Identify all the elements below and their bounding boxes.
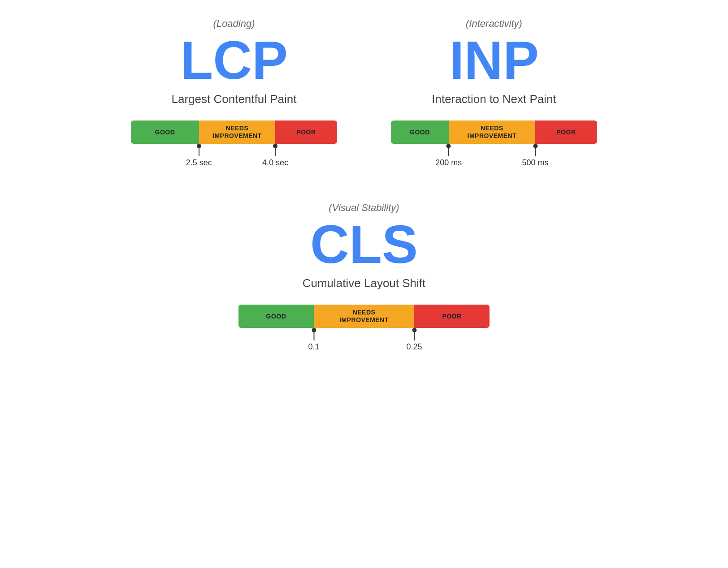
inp-tick1-dot (446, 144, 451, 148)
cls-name: Cumulative Layout Shift (303, 276, 426, 290)
lcp-name: Largest Contentful Paint (172, 92, 297, 106)
inp-subtitle: (Interactivity) (466, 18, 522, 30)
cls-tick2-dot (412, 328, 416, 332)
lcp-tick2-dot (273, 144, 277, 148)
lcp-acronym: LCP (180, 33, 288, 87)
lcp-tick1-dot (197, 144, 201, 148)
top-row: (Loading) LCP Largest Contentful Paint G… (73, 18, 655, 166)
inp-tick2: 500 ms (522, 144, 548, 168)
lcp-tick2: 4.0 sec (262, 144, 288, 168)
cls-tick2-label: 0.25 (406, 342, 422, 352)
inp-good-segment: GOOD (391, 120, 449, 144)
lcp-tick1: 2.5 sec (186, 144, 212, 168)
inp-needs-segment: NEEDS IMPROVEMENT (449, 120, 535, 144)
inp-tick2-line (535, 148, 536, 156)
inp-tick1-label: 200 ms (435, 158, 462, 168)
cls-acronym: CLS (310, 217, 418, 271)
lcp-bar-container: GOOD NEEDS IMPROVEMENT POOR 2.5 sec (131, 120, 337, 166)
inp-acronym: INP (449, 33, 539, 87)
lcp-tick2-label: 4.0 sec (262, 158, 288, 168)
lcp-poor-segment: POOR (275, 120, 337, 144)
inp-tick2-dot (533, 144, 537, 148)
cls-poor-segment: POOR (414, 305, 490, 328)
inp-bar-container: GOOD NEEDS IMPROVEMENT POOR 200 ms (391, 120, 597, 166)
cls-subtitle: (Visual Stability) (329, 202, 399, 214)
cls-tick1-label: 0.1 (308, 342, 319, 352)
lcp-needs-segment: NEEDS IMPROVEMENT (199, 120, 275, 144)
inp-bar: GOOD NEEDS IMPROVEMENT POOR (391, 120, 597, 144)
cls-section: (Visual Stability) CLS Cumulative Layout… (207, 202, 521, 350)
inp-ticks: 200 ms 500 ms (391, 144, 597, 166)
cls-tick1-dot (312, 328, 316, 332)
lcp-ticks: 2.5 sec 4.0 sec (131, 144, 337, 166)
cls-bar: GOOD NEEDS IMPROVEMENT POOR (238, 305, 490, 328)
inp-poor-segment: POOR (535, 120, 597, 144)
lcp-bar: GOOD NEEDS IMPROVEMENT POOR (131, 120, 337, 144)
cls-bar-container: GOOD NEEDS IMPROVEMENT POOR 0.1 (238, 305, 490, 350)
cls-good-segment: GOOD (238, 305, 314, 328)
lcp-block: (Loading) LCP Largest Contentful Paint G… (131, 18, 337, 166)
inp-tick1: 200 ms (435, 144, 462, 168)
cls-ticks: 0.1 0.25 (238, 328, 490, 350)
lcp-tick1-line (199, 148, 199, 156)
lcp-tick2-line (275, 148, 276, 156)
inp-tick2-label: 500 ms (522, 158, 548, 168)
lcp-subtitle: (Loading) (213, 18, 255, 30)
lcp-tick1-label: 2.5 sec (186, 158, 212, 168)
cls-needs-segment: NEEDS IMPROVEMENT (314, 305, 414, 328)
inp-tick1-line (448, 148, 449, 156)
inp-name: Interaction to Next Paint (432, 92, 556, 106)
cls-block: (Visual Stability) CLS Cumulative Layout… (238, 202, 490, 350)
cls-tick1-line (313, 332, 314, 340)
cls-tick1: 0.1 (308, 328, 319, 352)
cls-tick2: 0.25 (406, 328, 422, 352)
cls-tick2-line (414, 332, 415, 340)
inp-block: (Interactivity) INP Interaction to Next … (391, 18, 597, 166)
lcp-good-segment: GOOD (131, 120, 199, 144)
